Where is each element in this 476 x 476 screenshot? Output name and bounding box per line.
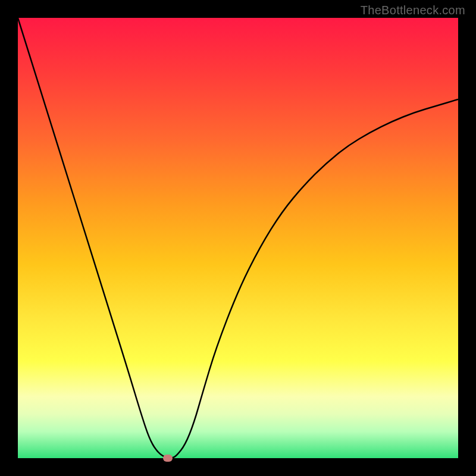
plot-area: [18, 18, 458, 458]
watermark-text: TheBottleneck.com: [361, 4, 465, 17]
bottleneck-curve: [18, 18, 458, 458]
chart-frame: TheBottleneck.com: [0, 0, 476, 476]
optimum-marker: [163, 455, 173, 462]
